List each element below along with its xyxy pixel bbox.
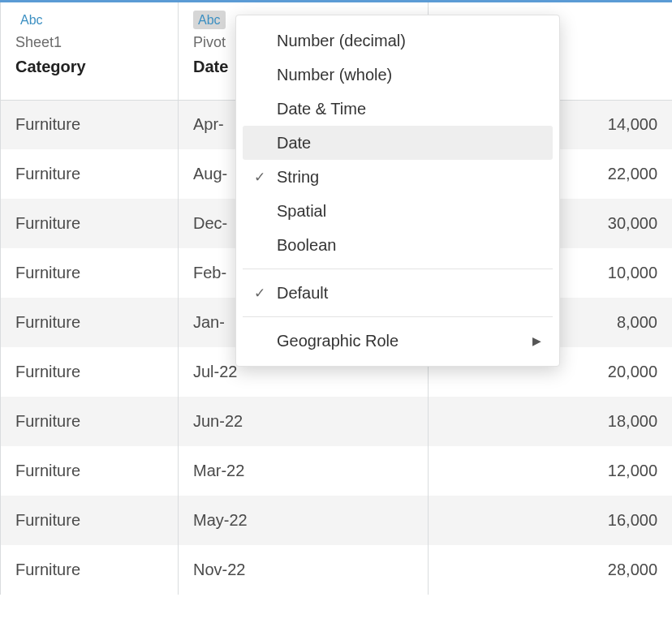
menu-item-number-whole[interactable]: Number (whole): [243, 58, 553, 92]
table-row[interactable]: FurnitureJun-2218,000: [1, 397, 673, 446]
cell-category[interactable]: Furniture: [1, 298, 179, 347]
table-row[interactable]: FurnitureMar-2212,000: [1, 446, 673, 496]
menu-item-label: Geographic Role: [277, 332, 524, 350]
menu-item-date-time[interactable]: Date & Time: [243, 92, 553, 126]
menu-item-label: Boolean: [277, 236, 541, 255]
source-name: Sheet1: [15, 34, 163, 51]
cell-category[interactable]: Furniture: [1, 446, 179, 496]
column-header-category[interactable]: Abc Sheet1 Category: [1, 2, 179, 100]
cell-value[interactable]: 28,000: [429, 545, 673, 595]
check-icon: ✓: [251, 169, 269, 186]
cell-category[interactable]: Furniture: [1, 199, 179, 248]
cell-category[interactable]: Furniture: [1, 347, 179, 397]
cell-value[interactable]: 18,000: [429, 397, 673, 446]
menu-item-label: String: [277, 168, 541, 187]
cell-category[interactable]: Furniture: [1, 149, 179, 199]
type-pill[interactable]: Abc: [15, 11, 48, 29]
cell-category[interactable]: Furniture: [1, 545, 179, 595]
menu-item-label: Date: [277, 134, 541, 153]
menu-item-label: Date & Time: [277, 100, 541, 118]
menu-item-label: Default: [277, 284, 541, 303]
cell-value[interactable]: 12,000: [429, 446, 673, 496]
menu-item-number-decimal[interactable]: Number (decimal): [243, 24, 553, 58]
table-row[interactable]: FurnitureMay-2216,000: [1, 496, 673, 545]
cell-date[interactable]: May-22: [179, 496, 429, 545]
type-pill[interactable]: Abc: [193, 11, 226, 29]
menu-item-string[interactable]: ✓String: [243, 160, 553, 194]
cell-value[interactable]: 16,000: [429, 496, 673, 545]
menu-item-boolean[interactable]: Boolean: [243, 228, 553, 262]
menu-item-spatial[interactable]: Spatial: [243, 194, 553, 228]
menu-item-label: Number (decimal): [277, 32, 541, 50]
cell-date[interactable]: Jun-22: [179, 397, 429, 446]
menu-item-label: Number (whole): [277, 66, 541, 84]
cell-category[interactable]: Furniture: [1, 496, 179, 545]
chevron-right-icon: ▶: [532, 334, 541, 347]
menu-item-geographic-role[interactable]: Geographic Role▶: [243, 324, 553, 358]
cell-date[interactable]: Mar-22: [179, 446, 429, 496]
cell-category[interactable]: Furniture: [1, 100, 179, 149]
check-icon: ✓: [251, 285, 269, 302]
cell-date[interactable]: Nov-22: [179, 545, 429, 595]
menu-separator: [243, 316, 553, 317]
menu-item-default[interactable]: ✓Default: [243, 276, 553, 310]
data-type-context-menu[interactable]: Number (decimal)Number (whole)Date & Tim…: [235, 15, 560, 367]
menu-item-date[interactable]: Date: [243, 126, 553, 160]
field-name: Category: [15, 58, 163, 76]
cell-category[interactable]: Furniture: [1, 248, 179, 298]
menu-item-label: Spatial: [277, 202, 541, 221]
menu-separator: [243, 269, 553, 269]
cell-category[interactable]: Furniture: [1, 397, 179, 446]
table-row[interactable]: FurnitureNov-2228,000: [1, 545, 673, 595]
